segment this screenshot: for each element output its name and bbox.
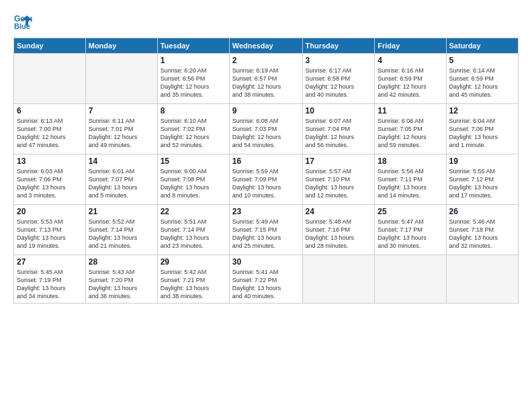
day-info: Sunrise: 5:42 AM Sunset: 7:21 PM Dayligh…: [161, 268, 226, 301]
day-info: Sunrise: 6:13 AM Sunset: 7:00 PM Dayligh…: [17, 117, 83, 150]
day-info: Sunrise: 6:06 AM Sunset: 7:05 PM Dayligh…: [378, 117, 443, 150]
calendar-cell: 21Sunrise: 5:52 AM Sunset: 7:14 PM Dayli…: [85, 205, 157, 255]
day-number: 4: [378, 56, 443, 65]
calendar-cell: 25Sunrise: 5:47 AM Sunset: 7:17 PM Dayli…: [375, 205, 446, 255]
day-number: 20: [17, 207, 83, 216]
header: General Blue: [13, 12, 519, 31]
page: General Blue SundayMondayTuesdayWednesda…: [0, 0, 532, 411]
day-number: 5: [449, 56, 515, 65]
calendar-cell: 13Sunrise: 6:03 AM Sunset: 7:06 PM Dayli…: [14, 154, 86, 205]
calendar-cell: 20Sunrise: 5:53 AM Sunset: 7:13 PM Dayli…: [14, 205, 86, 255]
day-info: Sunrise: 5:46 AM Sunset: 7:18 PM Dayligh…: [449, 218, 515, 250]
day-info: Sunrise: 6:08 AM Sunset: 7:03 PM Dayligh…: [232, 117, 300, 150]
calendar-cell: 6Sunrise: 6:13 AM Sunset: 7:00 PM Daylig…: [14, 104, 86, 154]
calendar-cell: 7Sunrise: 6:11 AM Sunset: 7:01 PM Daylig…: [85, 104, 157, 154]
day-number: 25: [378, 207, 443, 216]
weekday-header-row: SundayMondayTuesdayWednesdayThursdayFrid…: [14, 38, 519, 54]
calendar-cell: 16Sunrise: 5:59 AM Sunset: 7:09 PM Dayli…: [229, 154, 302, 205]
day-number: 21: [89, 207, 154, 216]
day-number: 17: [306, 156, 372, 166]
calendar-cell: 17Sunrise: 5:57 AM Sunset: 7:10 PM Dayli…: [302, 154, 375, 205]
calendar-cell: 10Sunrise: 6:07 AM Sunset: 7:04 PM Dayli…: [302, 104, 375, 154]
calendar-cell: [14, 54, 86, 104]
calendar-cell: 1Sunrise: 6:20 AM Sunset: 6:56 PM Daylig…: [157, 54, 229, 104]
day-number: 22: [161, 207, 226, 216]
day-info: Sunrise: 6:14 AM Sunset: 6:59 PM Dayligh…: [449, 66, 515, 99]
day-info: Sunrise: 6:20 AM Sunset: 6:56 PM Dayligh…: [161, 66, 226, 99]
day-info: Sunrise: 5:48 AM Sunset: 7:16 PM Dayligh…: [306, 218, 372, 250]
day-info: Sunrise: 6:07 AM Sunset: 7:04 PM Dayligh…: [306, 117, 372, 150]
day-number: 28: [89, 257, 154, 267]
calendar-cell: 9Sunrise: 6:08 AM Sunset: 7:03 PM Daylig…: [229, 104, 302, 154]
day-info: Sunrise: 5:53 AM Sunset: 7:13 PM Dayligh…: [17, 218, 83, 250]
day-info: Sunrise: 5:45 AM Sunset: 7:19 PM Dayligh…: [17, 268, 83, 301]
weekday-header-thursday: Thursday: [302, 38, 375, 54]
calendar-table: SundayMondayTuesdayWednesdayThursdayFrid…: [13, 38, 519, 304]
day-number: 27: [17, 257, 83, 267]
calendar-cell: [302, 255, 375, 304]
day-number: 8: [161, 106, 226, 116]
day-info: Sunrise: 5:51 AM Sunset: 7:14 PM Dayligh…: [161, 218, 226, 250]
day-info: Sunrise: 6:19 AM Sunset: 6:57 PM Dayligh…: [232, 66, 300, 99]
day-number: 12: [449, 106, 515, 116]
day-info: Sunrise: 6:10 AM Sunset: 7:02 PM Dayligh…: [161, 117, 226, 150]
calendar-cell: 19Sunrise: 5:55 AM Sunset: 7:12 PM Dayli…: [446, 154, 518, 205]
day-info: Sunrise: 5:55 AM Sunset: 7:12 PM Dayligh…: [449, 167, 515, 200]
calendar-week-4: 20Sunrise: 5:53 AM Sunset: 7:13 PM Dayli…: [14, 205, 519, 255]
day-info: Sunrise: 6:17 AM Sunset: 6:58 PM Dayligh…: [306, 66, 372, 99]
day-info: Sunrise: 5:49 AM Sunset: 7:15 PM Dayligh…: [232, 218, 300, 250]
day-number: 19: [449, 156, 515, 166]
day-number: 14: [89, 156, 154, 166]
calendar-week-3: 13Sunrise: 6:03 AM Sunset: 7:06 PM Dayli…: [14, 154, 519, 205]
day-number: 11: [378, 106, 443, 116]
day-info: Sunrise: 5:52 AM Sunset: 7:14 PM Dayligh…: [89, 218, 154, 250]
weekday-header-sunday: Sunday: [14, 38, 86, 54]
weekday-header-friday: Friday: [375, 38, 446, 54]
calendar-cell: 4Sunrise: 6:16 AM Sunset: 6:59 PM Daylig…: [375, 54, 446, 104]
calendar-cell: 22Sunrise: 5:51 AM Sunset: 7:14 PM Dayli…: [157, 205, 229, 255]
day-number: 24: [306, 207, 372, 216]
calendar-cell: 11Sunrise: 6:06 AM Sunset: 7:05 PM Dayli…: [375, 104, 446, 154]
day-info: Sunrise: 6:01 AM Sunset: 7:07 PM Dayligh…: [89, 167, 154, 200]
day-number: 15: [161, 156, 226, 166]
day-info: Sunrise: 5:41 AM Sunset: 7:22 PM Dayligh…: [232, 268, 300, 301]
day-info: Sunrise: 5:43 AM Sunset: 7:20 PM Dayligh…: [89, 268, 154, 301]
logo: General Blue: [13, 12, 35, 31]
day-info: Sunrise: 6:00 AM Sunset: 7:08 PM Dayligh…: [161, 167, 226, 200]
calendar-cell: [446, 255, 518, 304]
day-number: 3: [306, 56, 372, 65]
day-number: 26: [449, 207, 515, 216]
calendar-cell: 5Sunrise: 6:14 AM Sunset: 6:59 PM Daylig…: [446, 54, 518, 104]
calendar-week-2: 6Sunrise: 6:13 AM Sunset: 7:00 PM Daylig…: [14, 104, 519, 154]
day-number: 13: [17, 156, 83, 166]
day-info: Sunrise: 6:03 AM Sunset: 7:06 PM Dayligh…: [17, 167, 83, 200]
day-number: 29: [161, 257, 226, 267]
day-number: 18: [378, 156, 443, 166]
weekday-header-monday: Monday: [85, 38, 157, 54]
weekday-header-tuesday: Tuesday: [157, 38, 229, 54]
day-number: 2: [232, 56, 300, 65]
day-info: Sunrise: 5:47 AM Sunset: 7:17 PM Dayligh…: [378, 218, 443, 250]
day-info: Sunrise: 5:56 AM Sunset: 7:11 PM Dayligh…: [378, 167, 443, 200]
day-number: 6: [17, 106, 83, 116]
calendar-week-5: 27Sunrise: 5:45 AM Sunset: 7:19 PM Dayli…: [14, 255, 519, 304]
calendar-cell: 3Sunrise: 6:17 AM Sunset: 6:58 PM Daylig…: [302, 54, 375, 104]
calendar-cell: 12Sunrise: 6:04 AM Sunset: 7:06 PM Dayli…: [446, 104, 518, 154]
calendar-cell: 30Sunrise: 5:41 AM Sunset: 7:22 PM Dayli…: [229, 255, 302, 304]
calendar-cell: 18Sunrise: 5:56 AM Sunset: 7:11 PM Dayli…: [375, 154, 446, 205]
calendar-cell: 8Sunrise: 6:10 AM Sunset: 7:02 PM Daylig…: [157, 104, 229, 154]
calendar-cell: 15Sunrise: 6:00 AM Sunset: 7:08 PM Dayli…: [157, 154, 229, 205]
day-number: 30: [232, 257, 300, 267]
calendar-cell: 26Sunrise: 5:46 AM Sunset: 7:18 PM Dayli…: [446, 205, 518, 255]
day-number: 23: [232, 207, 300, 216]
day-info: Sunrise: 6:16 AM Sunset: 6:59 PM Dayligh…: [378, 66, 443, 99]
calendar-cell: 24Sunrise: 5:48 AM Sunset: 7:16 PM Dayli…: [302, 205, 375, 255]
day-info: Sunrise: 5:59 AM Sunset: 7:09 PM Dayligh…: [232, 167, 300, 200]
weekday-header-saturday: Saturday: [446, 38, 518, 54]
weekday-header-wednesday: Wednesday: [229, 38, 302, 54]
calendar-week-1: 1Sunrise: 6:20 AM Sunset: 6:56 PM Daylig…: [14, 54, 519, 104]
logo-icon: General Blue: [13, 12, 32, 31]
day-info: Sunrise: 6:11 AM Sunset: 7:01 PM Dayligh…: [89, 117, 154, 150]
day-info: Sunrise: 5:57 AM Sunset: 7:10 PM Dayligh…: [306, 167, 372, 200]
calendar-cell: 27Sunrise: 5:45 AM Sunset: 7:19 PM Dayli…: [14, 255, 86, 304]
